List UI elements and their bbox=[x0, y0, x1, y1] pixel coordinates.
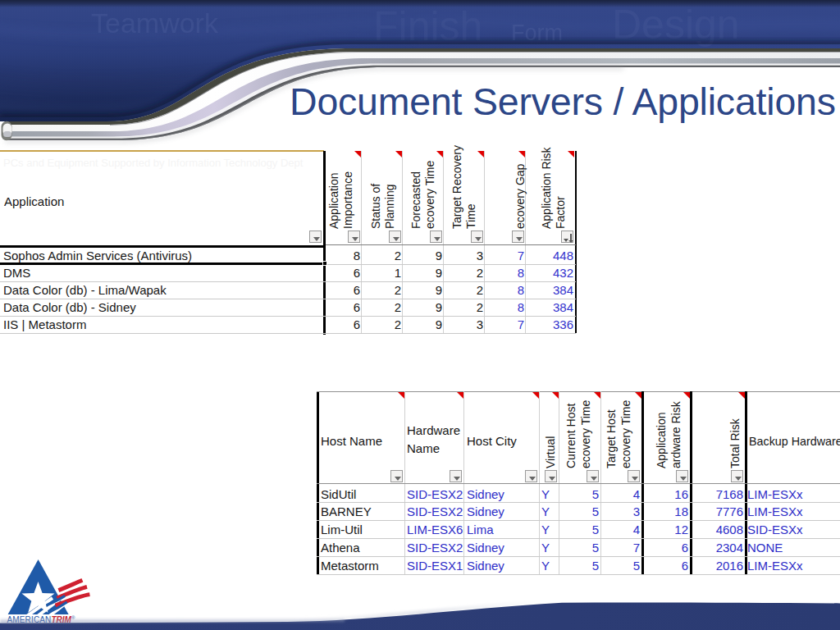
svg-text:Teamwork: Teamwork bbox=[91, 7, 219, 39]
